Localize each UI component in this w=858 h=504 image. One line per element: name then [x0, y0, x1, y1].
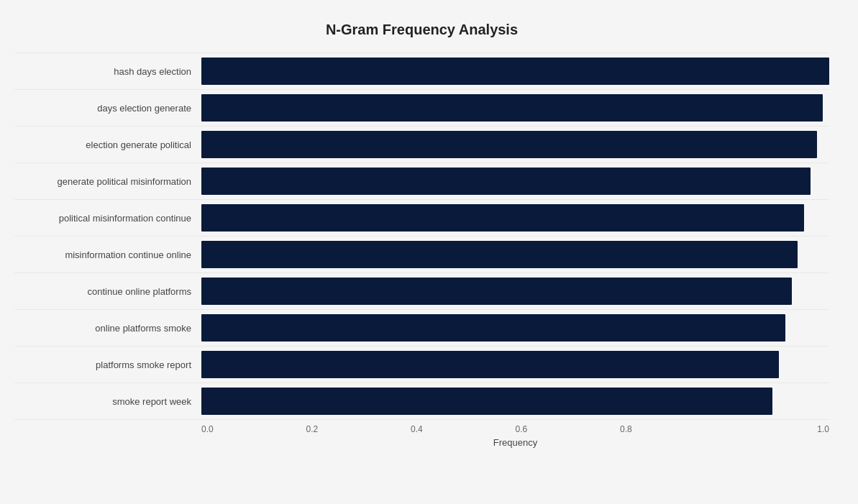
bar-track — [201, 385, 829, 417]
bar-track — [201, 312, 829, 344]
bar-row: political misinformation continue — [14, 200, 829, 237]
x-axis: 0.00.20.40.60.81.0 — [201, 424, 829, 434]
bar-row: smoke report week — [14, 383, 829, 420]
bar-track — [201, 165, 829, 197]
bar-track — [201, 202, 829, 234]
bar-label: online platforms smoke — [14, 323, 201, 334]
x-axis-label: Frequency — [201, 437, 829, 448]
bar-label: generate political misinformation — [14, 176, 201, 187]
chart-area: hash days electiondays election generate… — [14, 52, 829, 420]
bar-track — [201, 239, 829, 270]
bar-row: election generate political — [14, 127, 829, 163]
bar-track — [201, 129, 829, 160]
bar-track — [201, 92, 829, 124]
bar-row: continue online platforms — [14, 273, 829, 310]
bar-row: days election generate — [14, 90, 829, 127]
bar-row: platforms smoke report — [14, 347, 829, 383]
bar-fill — [201, 58, 829, 85]
bar-fill — [201, 94, 823, 122]
x-tick: 0.2 — [306, 424, 411, 434]
bar-track — [201, 349, 829, 380]
bar-fill — [201, 131, 817, 158]
x-tick: 1.0 — [725, 424, 830, 434]
bar-row: online platforms smoke — [14, 310, 829, 347]
bar-fill — [201, 278, 792, 305]
bar-fill — [201, 168, 811, 195]
bar-row: misinformation continue online — [14, 237, 829, 273]
bar-track — [201, 275, 829, 307]
bar-label: platforms smoke report — [14, 359, 201, 370]
chart-title: N-Gram Frequency Analysis — [14, 14, 829, 38]
bar-fill — [201, 388, 772, 415]
x-tick: 0.6 — [516, 424, 621, 434]
bar-fill — [201, 241, 798, 268]
bar-label: continue online platforms — [14, 286, 201, 297]
x-tick: 0.0 — [201, 424, 306, 434]
bar-label: election generate political — [14, 139, 201, 150]
x-tick: 0.8 — [620, 424, 725, 434]
bar-fill — [201, 351, 779, 378]
bar-label: political misinformation continue — [14, 213, 201, 224]
bar-row: generate political misinformation — [14, 163, 829, 200]
bar-label: hash days election — [14, 66, 201, 77]
x-tick: 0.4 — [411, 424, 516, 434]
bar-fill — [201, 204, 804, 232]
bar-label: misinformation continue online — [14, 249, 201, 260]
bar-label: days election generate — [14, 103, 201, 114]
bar-row: hash days election — [14, 52, 829, 90]
bar-track — [201, 55, 829, 87]
bar-fill — [201, 314, 785, 342]
bar-label: smoke report week — [14, 396, 201, 407]
chart-container: N-Gram Frequency Analysis hash days elec… — [0, 0, 858, 504]
